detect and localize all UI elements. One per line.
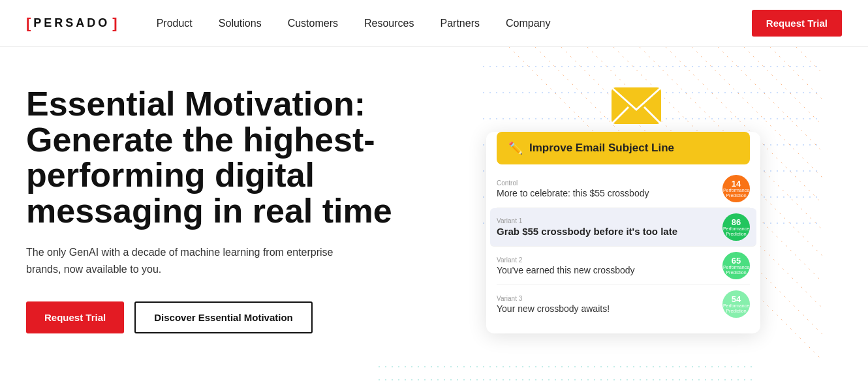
control-perf-label: Performance Prediction [722,188,750,198]
nav-link-company[interactable]: Company [506,18,550,29]
variant2-perf-label: Performance Prediction [722,265,750,275]
variant2-label: Variant 2 [497,256,722,264]
hero-discover-button[interactable]: Discover Essential Motivation [134,301,313,333]
variant3-row: Variant 3 Your new crossbody awaits! 54 … [497,285,750,323]
email-icon [610,86,662,125]
variant1-perf-label: Performance Prediction [722,226,750,236]
variant2-row: Variant 2 You've earned this new crossbo… [497,247,750,285]
hero-right: ✏️ Improve Email Subject Line Control Mo… [405,80,842,385]
variant1-text: Grab $55 crossbody before it's too late [497,226,722,237]
logo-text: PERSADO [33,16,110,30]
variant2-left: Variant 2 You've earned this new crossbo… [497,256,722,275]
banner-text: Improve Email Subject Line [529,142,674,155]
improve-banner: ✏️ Improve Email Subject Line [497,132,750,164]
variant1-score: 86 [732,218,741,226]
logo-bracket-left: [ [26,15,31,32]
hero-buttons: Request Trial Discover Essential Motivat… [26,301,405,333]
nav-link-customers[interactable]: Customers [288,18,338,29]
hero-section: Essential Motivation: Generate the highe… [0,47,868,385]
svg-line-11 [796,47,822,73]
svg-line-9 [744,47,822,125]
variant2-score: 65 [732,256,741,265]
control-text: More to celebrate: this $55 crossbody [497,188,722,198]
logo[interactable]: [ PERSADO ] [26,15,117,32]
hero-subtext: The only GenAI with a decade of machine … [26,244,365,277]
variant2-text: You've earned this new crossbody [497,265,722,275]
svg-line-10 [770,47,822,99]
hero-headline: Essential Motivation: Generate the highe… [26,86,405,228]
variant2-badge: 65 Performance Prediction [722,252,750,279]
logo-bracket-right: ] [112,15,117,32]
pencil-icon: ✏️ [508,141,523,155]
nav-request-trial-button[interactable]: Request Trial [752,10,842,37]
nav-link-solutions[interactable]: Solutions [219,18,262,29]
navigation: [ PERSADO ] Product Solutions Customers … [0,0,868,47]
variant1-row: Variant 1 Grab $55 crossbody before it's… [490,208,756,247]
hero-request-trial-button[interactable]: Request Trial [26,301,124,333]
control-row: Control More to celebrate: this $55 cros… [497,170,750,208]
variant3-score: 54 [732,295,741,303]
hero-left: Essential Motivation: Generate the highe… [26,80,405,333]
ui-demo-card: ✏️ Improve Email Subject Line Control Mo… [486,132,760,333]
nav-link-resources[interactable]: Resources [364,18,414,29]
variants-list: Control More to celebrate: this $55 cros… [486,170,760,323]
nav-link-partners[interactable]: Partners [440,18,479,29]
variant3-badge: 54 Performance Prediction [722,290,750,318]
variant1-badge: 86 Performance Prediction [722,213,750,241]
control-score: 14 [732,179,741,188]
control-badge: 14 Performance Prediction [722,175,750,202]
variant1-left: Variant 1 Grab $55 crossbody before it's… [497,217,722,237]
variant1-label: Variant 1 [497,217,722,224]
nav-link-product[interactable]: Product [157,18,193,29]
variant3-perf-label: Performance Prediction [722,303,750,313]
variant3-left: Variant 3 Your new crossbody awaits! [497,295,722,314]
nav-links: Product Solutions Customers Resources Pa… [157,18,752,29]
variant3-text: Your new crossbody awaits! [497,303,722,314]
variant3-label: Variant 3 [497,295,722,302]
control-label: Control [497,179,722,187]
control-left: Control More to celebrate: this $55 cros… [497,179,722,198]
